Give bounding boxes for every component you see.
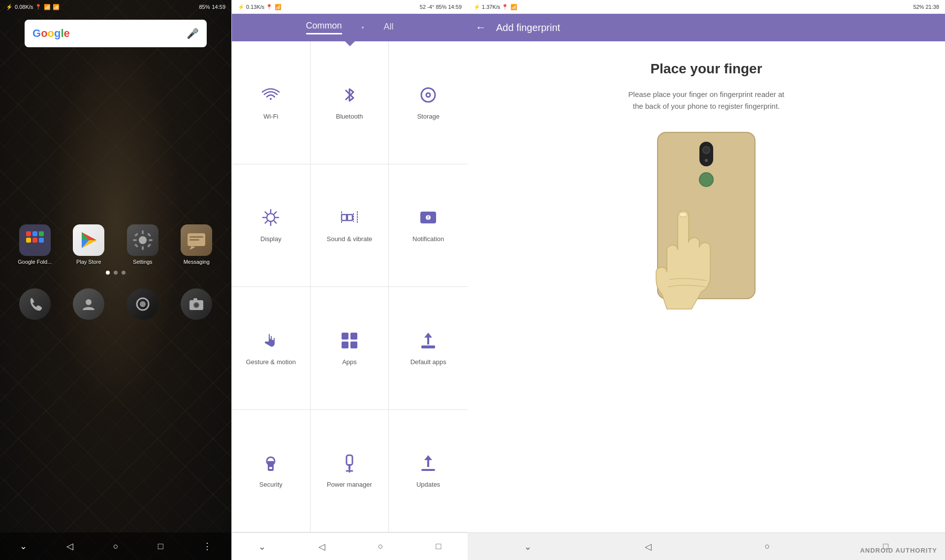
fp-status-bar: ⚡ 1.37K/s 📍 📶 52% 21:38 <box>468 0 945 14</box>
messaging-icon[interactable] <box>181 224 212 256</box>
dock-item-contacts[interactable] <box>64 288 114 320</box>
list-item[interactable]: Settings <box>118 224 168 265</box>
svg-rect-13 <box>142 246 144 250</box>
location-fp: 📍 <box>502 4 508 10</box>
settings-nav-home[interactable]: ○ <box>378 541 383 552</box>
power-icon <box>340 453 359 476</box>
camera-dot <box>705 159 708 162</box>
settings-item-updates[interactable]: Updates <box>389 410 468 533</box>
notification-label: Notification <box>412 235 444 243</box>
list-item[interactable]: Play Store <box>64 224 114 265</box>
svg-point-26 <box>140 301 146 307</box>
tab-all[interactable]: All <box>383 22 393 34</box>
dock <box>0 282 231 326</box>
settings-item-display[interactable]: Display <box>232 164 311 287</box>
page-dot-1[interactable] <box>106 271 110 275</box>
settings-item-sound[interactable]: Sound & vibrate <box>311 164 389 287</box>
svg-rect-18 <box>134 244 138 248</box>
fingerprint-sensor <box>699 172 714 187</box>
settings-item-power[interactable]: Power manager <box>311 410 389 533</box>
list-item[interactable]: Messaging <box>172 224 222 265</box>
battery-s: 85% <box>436 4 446 10</box>
fp-nav-home[interactable]: ○ <box>765 541 770 552</box>
svg-rect-21 <box>189 236 203 238</box>
page-dot-3[interactable] <box>122 271 126 275</box>
sound-label: Sound & vibrate <box>327 235 373 243</box>
settings-tabs: Common • All <box>240 21 460 34</box>
microphone-icon[interactable]: 🎤 <box>187 28 199 39</box>
back-button[interactable]: ← <box>475 21 486 34</box>
settings-icon[interactable] <box>127 224 158 256</box>
speed-fp: 1.37K/s <box>482 4 500 10</box>
nav-recents-button[interactable]: □ <box>158 541 163 552</box>
phone-icon[interactable] <box>19 288 51 320</box>
bluetooth-label: Bluetooth <box>336 113 363 120</box>
home-status-bar: ⚡ 0.08K/s 📍 📶 📶 85% 14:59 <box>0 0 231 14</box>
usb-icon: ⚡ <box>6 4 13 10</box>
svg-rect-16 <box>134 233 138 237</box>
wifi-fp: 📶 <box>510 4 517 10</box>
svg-point-32 <box>426 93 430 97</box>
playstore-icon[interactable] <box>73 224 104 256</box>
fp-nav-bar: ⌄ ◁ ○ □ ANDROID AUTHORITY <box>468 532 945 560</box>
header-triangle <box>344 40 356 46</box>
settings-item-notification[interactable]: ! Notification <box>389 164 468 287</box>
google-search-bar[interactable]: Google 🎤 <box>25 20 207 47</box>
fp-content: Place your finger Please place your fing… <box>468 41 945 532</box>
svg-rect-5 <box>39 238 44 243</box>
display-label: Display <box>260 235 282 243</box>
settings-status-left: ⚡ 0.13K/s 📍 📶 <box>238 4 282 10</box>
clock: 14:59 <box>212 4 225 10</box>
app-label: Messaging <box>184 259 210 265</box>
settings-item-bluetooth[interactable]: Bluetooth <box>311 41 389 164</box>
svg-line-40 <box>274 212 276 214</box>
nav-back-button[interactable]: ◁ <box>66 541 73 552</box>
speed-s: 0.13K/s <box>246 4 264 10</box>
tab-common[interactable]: Common <box>306 21 342 34</box>
nav-home-button[interactable]: ○ <box>113 541 119 552</box>
nav-menu-button[interactable]: ⋮ <box>203 541 212 552</box>
fp-nav-down[interactable]: ⌄ <box>524 541 532 552</box>
fp-header: ← Add fingerprint <box>468 14 945 41</box>
time-fp: 21:38 <box>925 4 939 10</box>
fp-nav-back[interactable]: ◁ <box>645 541 652 552</box>
svg-rect-1 <box>32 231 37 236</box>
settings-item-defaultapps[interactable]: Default apps <box>389 287 468 410</box>
svg-rect-54 <box>421 345 435 348</box>
contacts-icon[interactable] <box>73 288 104 320</box>
updates-label: Updates <box>416 481 440 488</box>
settings-item-gesture[interactable]: Gesture & motion <box>232 287 311 410</box>
app-label: Play Store <box>76 259 101 265</box>
settings-nav-back[interactable]: ◁ <box>318 541 325 552</box>
dock-item-camera[interactable] <box>172 288 222 320</box>
settings-item-wifi[interactable]: Wi-Fi <box>232 41 311 164</box>
settings-screen: ⚡ 0.13K/s 📍 📶 52 -4° 85% 14:59 Common • … <box>231 0 468 560</box>
svg-rect-59 <box>346 455 352 465</box>
fp-status-right: 52% 21:38 <box>913 4 939 10</box>
security-label: Security <box>259 481 283 488</box>
svg-point-29 <box>194 303 198 307</box>
svg-marker-23 <box>189 246 195 250</box>
signal-icon: 📶 <box>53 4 60 10</box>
settings-nav-down[interactable]: ⌄ <box>258 541 266 552</box>
settings-item-storage[interactable]: Storage <box>389 41 468 164</box>
google-logo: Google <box>32 27 70 40</box>
settings-item-security[interactable]: Security <box>232 410 311 533</box>
app-label: Settings <box>133 259 153 265</box>
dock-item-circle[interactable] <box>118 288 168 320</box>
page-dots <box>0 271 231 275</box>
page-dot-2[interactable] <box>114 271 118 275</box>
circle-app-icon[interactable] <box>127 288 158 320</box>
svg-rect-19 <box>147 244 151 248</box>
dock-item-phone[interactable] <box>10 288 60 320</box>
settings-item-apps[interactable]: Apps <box>311 287 389 410</box>
battery-fp: 52% <box>913 4 924 10</box>
svg-rect-57 <box>269 467 272 469</box>
camera-icon[interactable] <box>181 288 212 320</box>
settings-nav-recents[interactable]: □ <box>436 541 441 552</box>
list-item[interactable]: Google Fold... <box>10 224 60 265</box>
nav-down-button[interactable]: ⌄ <box>20 541 27 552</box>
svg-rect-63 <box>421 469 435 471</box>
google-folder-icon[interactable] <box>19 224 51 256</box>
settings-grid: Wi-Fi Bluetooth Storage <box>232 41 468 532</box>
